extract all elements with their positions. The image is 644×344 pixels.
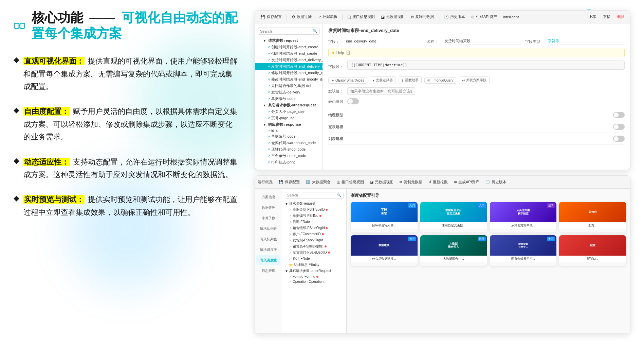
toolbar-btn-interface-view[interactable]: ◫ 接口信息视图 xyxy=(345,13,378,21)
nav-item-write-queue[interactable]: 写入队列也 xyxy=(256,234,280,244)
nav-item-log-mgmt[interactable]: 日志管理 xyxy=(256,266,280,276)
bottom-tree-folder-other[interactable]: ▼ 其它请求参数-otherRequest xyxy=(282,268,346,274)
card-7[interactable]: 配置金蝶云星空... 推荐 配置金蝶云星空... xyxy=(490,235,557,266)
card-4[interactable]: 如何你 面对... xyxy=(559,202,626,233)
fsaleorgid-label: 销售组织-FSaleOrgId xyxy=(293,226,325,230)
toolbar-btn-supplement[interactable]: ↗ 补漏填报 xyxy=(315,13,340,21)
tree-item-del[interactable]: ↗ 返回是否作废的单据-del xyxy=(255,83,323,89)
tree-item-start-modify[interactable]: ↗ 修改时间开始段-start_modify_date xyxy=(255,70,323,76)
nav-item-request-queue[interactable]: 请求队列也 xyxy=(256,224,280,234)
required-dot-2 xyxy=(319,215,321,217)
prop-list-toggle[interactable] xyxy=(613,136,625,142)
toolbar-btn-gen-api[interactable]: ⊕ 生成API资产 xyxy=(468,13,500,21)
toolbar-btn-delete[interactable]: 删除 xyxy=(614,13,627,21)
bottom-search-input[interactable] xyxy=(287,193,337,197)
card-1[interactable]: 字段天置 入门 目标平台写入调... xyxy=(351,202,418,233)
tree-folder-response[interactable]: ▼ 响应参数-response xyxy=(255,121,323,128)
tool-var-selector[interactable]: ▾ 变量选择器 xyxy=(370,76,396,84)
bottom-btn-copy[interactable]: ⧉ 复制元数据 xyxy=(397,178,425,186)
bottom-tree-item-operation[interactable]: ↗ Operation-Operation xyxy=(282,279,346,284)
tool-mongo-query[interactable]: ◎ _mongoQuery xyxy=(424,77,456,84)
bottom-history-label: 历史版本 xyxy=(492,179,507,185)
tree-item-warehouse[interactable]: ↗ 仓库代码-warehouse_code xyxy=(255,140,323,146)
tree-item-page-no-label: 页号-page_no xyxy=(271,116,295,121)
bottom-tree-item-fcustomerid[interactable]: ↗ 客户-FCustomerID xyxy=(282,231,346,237)
card-5-badge: 推荐 xyxy=(408,237,416,241)
tool-smartaides[interactable]: ✦ QEasy SmartAides xyxy=(328,77,367,84)
field-expression[interactable]: {{CURRENT_TIME|datetime}} xyxy=(347,61,625,70)
tool-relate-field[interactable]: ⇄ 关联方案字段 xyxy=(459,76,490,84)
bottom-tree-panel[interactable]: 🔍 ▼ 请求参数-request ↗ 单据类型-FBillTypeID ↗ 单据… xyxy=(282,189,347,333)
toolbar-btn-move-down[interactable]: 下移 xyxy=(600,13,613,21)
bottom-btn-gen-api[interactable]: ⊕ 生成API资产 xyxy=(451,178,482,186)
bottom-tree-item-fbilltypeid[interactable]: ↗ 单据类型-FBillTypeID xyxy=(282,207,346,213)
prop-physical-toggle[interactable] xyxy=(613,112,625,118)
toolbar-btn-data-filter[interactable]: ⚙ 数据过滤 xyxy=(289,13,314,21)
field-value: end_delivery_date xyxy=(346,39,423,44)
bottom-tree-item-fdate[interactable]: ↗ 日期-FDate xyxy=(282,219,346,225)
tree-item-page-no[interactable]: ↗ 页号-page_no xyxy=(255,115,323,121)
tree-item-id[interactable]: ↗ id-id xyxy=(255,128,323,133)
field-tree-panel[interactable]: 🔍 ▼ 请求参数-request ↗ 创建时间开始段-start_create … xyxy=(255,23,323,170)
tree-item-delivery-status[interactable]: ↗ 发货状态-delivery xyxy=(255,89,323,96)
bottom-tree-item-formid[interactable]: ↗ FormId-FormId xyxy=(282,274,346,279)
tree-item-shop[interactable]: ↗ 店铺代码-shop_code xyxy=(255,146,323,153)
tree-item-start-create[interactable]: ↗ 创建时间开始段-start_create xyxy=(255,44,323,50)
tree-item-outer-code[interactable]: ↗ 平台单号-outer_code xyxy=(255,153,323,159)
tree-folder-request[interactable]: ▼ 请求参数-request xyxy=(255,37,323,44)
bottom-tree-item-fsaledeptid[interactable]: ↗ 销售员-FSaleDeptID xyxy=(282,243,346,250)
tree-item-page-size[interactable]: ↗ 分页大小-page_size xyxy=(255,108,323,115)
toolbar-btn-save-config[interactable]: 💾 保存配置 xyxy=(258,13,284,21)
tree-item-start-delivery[interactable]: ↗ 发货时间开始段-start_delivery_date xyxy=(255,57,323,63)
card-5[interactable]: 数据建模 推荐 什么是数据建模... xyxy=(351,235,418,266)
nav-item-plan-info[interactable]: 方案信息 xyxy=(256,192,280,202)
tree-item-end-delivery[interactable]: ↗ 发货时间结束段-end_delivery_date xyxy=(255,63,323,70)
nav-item-small-calc[interactable]: 小算子数 xyxy=(256,213,280,223)
tree-item-code2[interactable]: ↗ 单据编号-code xyxy=(255,133,323,140)
bottom-search-box[interactable]: 🔍 xyxy=(285,192,344,199)
tool-func-helper[interactable]: ƒ 函数助手 xyxy=(399,76,422,84)
card-3[interactable]: 从其他方案联字段值 进阶 从其他方案中取... xyxy=(490,202,557,233)
tree-search-box[interactable]: 🔍 xyxy=(258,28,320,35)
bottom-tree-folder-request[interactable]: ▼ 请求参数-request xyxy=(282,201,346,207)
card-6[interactable]: 大数据聚合写入 推荐 大数据聚合生... xyxy=(420,235,487,266)
default-value-row: 默认值： xyxy=(328,87,625,95)
nav-item-data-mgmt[interactable]: 数据管理 xyxy=(256,203,280,212)
tree-item-print[interactable]: ↗ 打印状态-print xyxy=(255,159,323,166)
card-7-img: 配置金蝶云星空... xyxy=(490,235,557,256)
bottom-btn-interface[interactable]: ◫ 接口信息视图 xyxy=(334,178,367,186)
bottom-tree-item-fnote[interactable]: ↗ 备注-FNote xyxy=(282,256,346,262)
nav-item-request-dispatch[interactable]: 请求调度者 xyxy=(256,245,280,255)
tree-item-end-create[interactable]: ↗ 创建时间结束段-end_create xyxy=(255,50,323,57)
bottom-btn-reload[interactable]: ↺ 重新拉数 xyxy=(426,178,450,186)
bottom-tree-item-fsaleorgid[interactable]: ↗ 销售组织-FSaleOrgId xyxy=(282,225,346,231)
bottom-btn-big-data[interactable]: 🔢 大数据聚合 xyxy=(303,178,333,186)
bottom-tree-item-fentity[interactable]: 📁 明细信息-FEntity xyxy=(282,262,346,268)
toolbar-btn-move-up[interactable]: 上移 xyxy=(586,13,599,21)
field-expr-row: 字段段： {{CURRENT_TIME|datetime}} xyxy=(328,61,625,73)
bottom-tree-item-fbillno[interactable]: ↗ 单据编号-FBillNo xyxy=(282,213,346,219)
card-8[interactable]: 配置 配置M... xyxy=(559,235,626,266)
bottom-btn-metadata[interactable]: ◪ 元数据视图 xyxy=(367,178,396,186)
bottom-toolbar: 运行概况 💾 保存配置 🔢 大数据聚合 ◫ 接口信息视图 ◪ 元数据视图 xyxy=(255,176,630,189)
card-1-label: 目标平台写入调... xyxy=(351,222,418,229)
static-mapping-toggle[interactable] xyxy=(347,98,359,104)
tree-search-input[interactable] xyxy=(260,29,313,33)
prop-wide-toggle[interactable] xyxy=(613,124,625,130)
bottom-tree-item-fstockorgid[interactable]: ↗ 发货别-FStockOrgId xyxy=(282,237,346,243)
bottom-btn-save[interactable]: 💾 保存配置 xyxy=(276,178,302,186)
toolbar-btn-copy-metadata[interactable]: ⧉ 复制元数据 xyxy=(408,13,437,21)
nav-item-write-dispatch[interactable]: 写入调度查 xyxy=(256,255,280,265)
bottom-btn-history[interactable]: 🕐 历史版本 xyxy=(483,178,509,186)
tree-item-code[interactable]: ↗ 单据编号-code xyxy=(255,96,323,102)
default-value-input[interactable] xyxy=(347,87,415,95)
toolbar-btn-intelligent[interactable]: intelligent xyxy=(500,14,521,20)
bottom-metadata-label: 元数据视图 xyxy=(375,179,393,185)
card-2[interactable]: 数据聚合平台且定义函数 入门 使用自定义函数... xyxy=(420,202,487,233)
tree-item-end-modify[interactable]: ↗ 修改时间结束段-end_modify_date xyxy=(255,76,323,83)
name-value: 发货时间结束段 xyxy=(444,38,521,45)
tree-folder-other-request[interactable]: ▼ 其它请求参数-otherRequest xyxy=(255,102,323,108)
toolbar-btn-history[interactable]: 🕐 历史版本 xyxy=(441,13,468,21)
toolbar-btn-metadata-view[interactable]: ◪ 元数据视图 xyxy=(378,13,407,21)
bottom-tree-item-fsaledeptid2[interactable]: ↗ 发货部门-FSaleDeptID xyxy=(282,250,346,256)
